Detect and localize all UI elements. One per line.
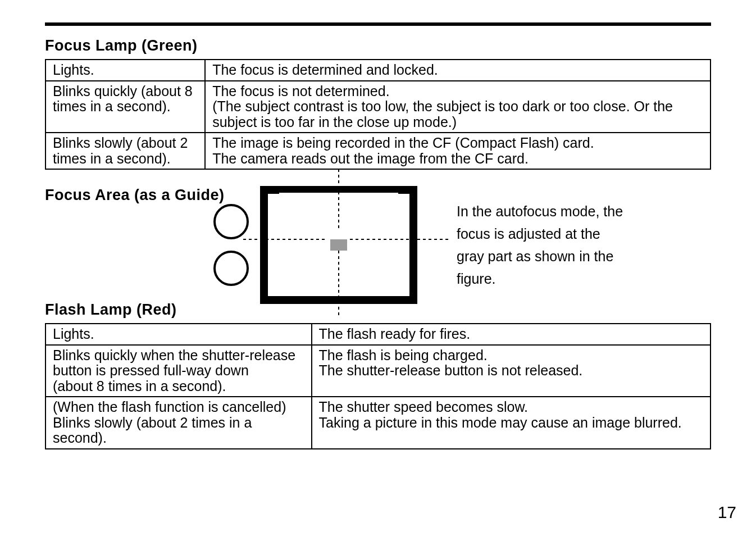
meaning-cell: The focus is not determined.(The subject…: [205, 81, 711, 133]
flash-circles-icon: [213, 198, 249, 292]
page-number: 17: [718, 503, 736, 522]
meaning-cell: The shutter speed becomes slow.Taking a …: [312, 397, 711, 449]
top-rule: [45, 22, 711, 26]
state-cell: (When the flash function is cancelled)Bl…: [45, 397, 312, 449]
table-row: Blinks quickly when the shutter-release …: [45, 345, 711, 397]
focus-point-icon: [330, 239, 347, 251]
meaning-cell: The image is being recorded in the CF (C…: [205, 133, 711, 169]
state-cell: Blinks quickly (about 8 times in a secon…: [45, 81, 205, 133]
flash-lamp-table: Lights. The flash ready for fires. Blink…: [45, 323, 711, 449]
focus-area-caption: In the autofocus mode, the focus is adju…: [457, 200, 631, 290]
focus-area-title: Focus Area (as a Guide): [45, 187, 225, 204]
state-cell: Blinks quickly when the shutter-release …: [45, 345, 312, 397]
viewfinder-frame-icon: [260, 186, 417, 304]
table-row: Blinks slowly (about 2 times in a second…: [45, 133, 711, 169]
table-row: Lights. The flash ready for fires.: [45, 324, 711, 345]
meaning-cell: The focus is determined and locked.: [205, 60, 711, 81]
state-cell: Lights.: [45, 324, 312, 345]
meaning-cell: The flash is being charged.The shutter-r…: [312, 345, 711, 397]
circle-icon: [213, 251, 249, 286]
viewfinder-wrap: [260, 186, 417, 304]
meaning-cell: The flash ready for fires.: [312, 324, 711, 345]
focus-lamp-table: Lights. The focus is determined and lock…: [45, 59, 711, 170]
focus-lamp-title: Focus Lamp (Green): [45, 37, 711, 54]
focus-area-figure: [213, 186, 417, 304]
state-cell: Blinks slowly (about 2 times in a second…: [45, 133, 205, 169]
circle-icon: [213, 204, 249, 239]
state-cell: Lights.: [45, 60, 205, 81]
table-row: Lights. The focus is determined and lock…: [45, 60, 711, 81]
manual-page: Focus Lamp (Green) Lights. The focus is …: [0, 0, 756, 536]
table-row: (When the flash function is cancelled)Bl…: [45, 397, 711, 449]
table-row: Blinks quickly (about 8 times in a secon…: [45, 81, 711, 133]
